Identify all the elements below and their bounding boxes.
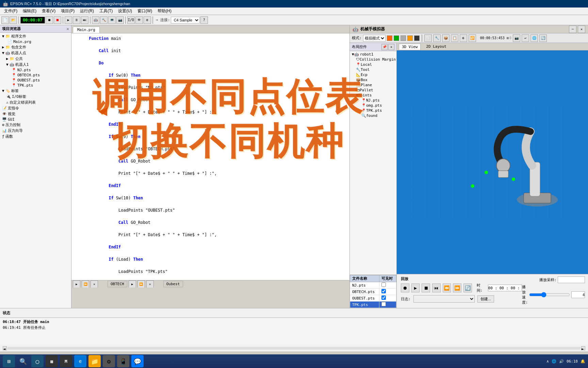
color-btn-yellow[interactable] [407,35,413,41]
menu-tools[interactable]: 工具(T) [97,7,115,15]
tree-macros[interactable]: 📝 宏指令 [1,105,70,111]
connect-select[interactable]: C4 Sample [171,17,200,24]
tb-open[interactable]: 📂 [10,16,17,24]
pb-record[interactable]: ⏺ [401,283,409,292]
speed-value[interactable] [571,291,585,298]
color-btn-dark[interactable] [414,35,420,41]
code-btn-4[interactable]: ▶ [129,280,136,288]
menu-view[interactable]: 查看(V) [39,7,58,15]
color-btn-green[interactable] [394,35,399,41]
robot-tb-3[interactable]: 📦 [442,34,450,42]
tree-error-list[interactable]: ⚠️ 自定义错误列表 [1,99,70,105]
task-view-button[interactable]: ○ [31,355,44,367]
pb-play[interactable]: ▶ [411,283,420,292]
table-row[interactable]: OUBEST.pts [350,295,396,302]
color-btn-gray[interactable] [401,35,406,41]
tb-build[interactable]: 🔨 [100,16,108,24]
robot-tb-8[interactable]: ↩ [522,34,529,42]
tree-tpk-pts[interactable]: 📍 TPK.pts [1,83,70,88]
robot-minimize[interactable]: ─ [569,26,576,33]
tree-vision[interactable]: 👁️ 视觉 [1,111,70,117]
tb-setting[interactable]: ⚙ [144,16,151,24]
menu-file[interactable]: 文件(F) [1,7,20,15]
tb-sim[interactable]: 💻 [108,16,116,24]
tb-vision[interactable]: 👁 [135,16,143,24]
tree-main-prg[interactable]: 📄 Main.prg [1,39,70,44]
robot-tree-tool[interactable]: 🔧 Tool [350,67,396,72]
robot-tree-tpk[interactable]: 📍 TPK.pts [350,108,396,113]
robot-tree-omg[interactable]: 📍 omg.pts [350,103,396,108]
table-row[interactable]: NJ.pts [350,282,396,289]
pb-create-btn[interactable]: 创建... [477,295,494,303]
code-btn-2[interactable]: ⏩ [82,280,89,288]
speed-slider[interactable] [529,292,570,297]
tree-oubest-pts[interactable]: 📍 OUBEST.pts [1,78,70,83]
robot-tb-9[interactable]: 🌐 [530,34,538,42]
sample-input[interactable] [558,276,585,283]
tree-io-tags[interactable]: 🔌 I/O标签 [1,94,70,99]
tb-robot[interactable]: 🤖 [92,16,99,24]
pb-rewind[interactable]: ⏪ [443,283,451,292]
code-tab-3[interactable]: Oubest [163,281,183,287]
tree-functions[interactable]: ƒ 函数 [1,134,70,139]
mode-select[interactable]: 模拟模式 [363,35,386,42]
pb-refresh[interactable]: 🔄 [463,283,472,292]
menu-edit[interactable]: 编辑(E) [20,7,39,15]
tb-cam[interactable]: 📷 [116,16,124,24]
tree-pin[interactable]: 📌 [381,44,388,50]
check-obtech[interactable] [379,289,396,295]
tb-io[interactable]: I/O [127,16,135,24]
code-btn-6[interactable]: ✕ [146,280,154,288]
robot-tree-nj[interactable]: 📍 NJ.pts [350,98,396,103]
tree-program-files[interactable]: ▼ 📁 程序文件 [1,33,70,39]
table-row-selected[interactable]: TPK.pts [350,302,396,308]
code-editor[interactable]: Function main Call init Do If Sw(8) Then… [71,33,349,280]
check-oubest[interactable] [379,295,396,302]
taskbar-app-folder[interactable]: 📁 [88,355,101,367]
start-button[interactable]: ⊞ [3,355,15,367]
taskbar-app-phone[interactable]: 📱 [117,355,129,367]
menu-window[interactable]: 窗口(W) [135,7,155,15]
code-tab-main[interactable]: Main.prg [73,27,100,33]
pb-stop[interactable]: ⏹ [422,283,430,292]
robot-tree-collision[interactable]: 🛡 Collision Margin [350,57,396,62]
robot-tb-1[interactable]: ⬜ [424,34,432,42]
taskbar-app-ie[interactable]: e [74,355,86,367]
robot-tb-5[interactable]: ⚙ [460,34,467,42]
menu-project[interactable]: 项目(P) [58,7,77,15]
tb-step[interactable]: ⏭ [81,16,88,24]
code-btn-1[interactable]: ▶ [73,280,80,288]
tree-robot-points[interactable]: ▼ 🤖 机器人点 [1,50,70,56]
scroll-left[interactable]: ◄ [3,346,7,350]
table-row[interactable]: OBTECH.pts [350,289,396,295]
robot-tree-found[interactable]: 🔍 found [350,113,396,118]
tree-common[interactable]: ▶ 📁 公共 [1,56,70,62]
tree-obtech-pts[interactable]: 📍 OBTECH.pts [1,73,70,78]
code-btn-5[interactable]: ⏩ [137,280,145,288]
check-tpk[interactable] [379,302,396,308]
sidebar-close[interactable]: ✕ [66,26,69,31]
pb-forward[interactable]: ⏩ [453,283,461,292]
robot-tb-7[interactable]: 📷 [513,34,520,42]
check-nj[interactable] [379,282,396,289]
code-btn-3[interactable]: ✕ [91,280,98,288]
robot-tree-plane[interactable]: ⬜ Plane [350,82,396,88]
menu-run[interactable]: 运行(R) [77,7,97,15]
robot-tb-4[interactable]: 📋 [451,34,458,42]
sys-tray-up[interactable]: ∧ [546,359,549,364]
robot-tree-points[interactable]: ▼ Points [350,93,396,98]
tab-2d-layout[interactable]: 2D Layout [423,44,449,49]
taskbar-app-chat[interactable]: 💬 [131,355,144,367]
robot-tree-robot1[interactable]: ▼ 🤖 robot1 [350,52,396,57]
search-button[interactable]: 🔍 [17,355,29,367]
tree-close[interactable]: ✕ [388,44,394,50]
robot-tb-2[interactable]: 🔧 [433,34,441,42]
tree-tags[interactable]: ▼ 🏷️ 标签 [1,88,70,94]
robot-close[interactable]: ✕ [578,26,585,33]
tb-run[interactable]: ▶ [65,16,72,24]
tb-rec[interactable]: ⏺ [46,16,53,24]
tb-pause[interactable]: ⏸ [73,16,80,24]
tb-new[interactable]: 📄 [1,16,9,24]
tab-3d-view[interactable]: 3D View [399,44,421,50]
tb-stop[interactable]: ⏹ [54,16,61,24]
